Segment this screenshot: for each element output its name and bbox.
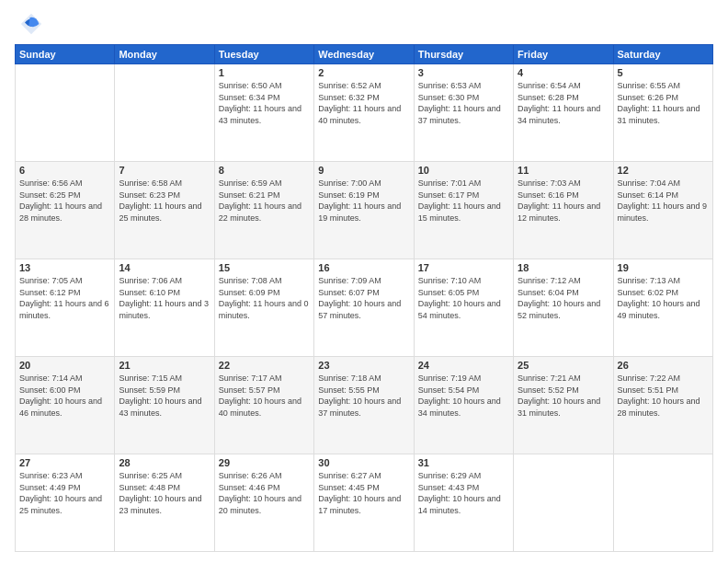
calendar-cell: 21Sunrise: 7:15 AM Sunset: 5:59 PM Dayli… <box>115 357 214 454</box>
weekday-header-row: SundayMondayTuesdayWednesdayThursdayFrid… <box>16 45 713 64</box>
calendar-cell: 23Sunrise: 7:18 AM Sunset: 5:55 PM Dayli… <box>314 357 414 454</box>
calendar-cell: 1Sunrise: 6:50 AM Sunset: 6:34 PM Daylig… <box>214 64 313 162</box>
day-info: Sunrise: 7:06 AM Sunset: 6:10 PM Dayligh… <box>119 275 210 321</box>
day-number: 30 <box>318 457 409 468</box>
day-number: 2 <box>318 67 409 78</box>
day-number: 24 <box>418 360 509 371</box>
calendar-cell: 26Sunrise: 7:22 AM Sunset: 5:51 PM Dayli… <box>613 357 712 454</box>
calendar-cell: 22Sunrise: 7:17 AM Sunset: 5:57 PM Dayli… <box>214 357 313 454</box>
calendar-cell: 6Sunrise: 6:56 AM Sunset: 6:25 PM Daylig… <box>16 162 115 259</box>
calendar-cell: 5Sunrise: 6:55 AM Sunset: 6:26 PM Daylig… <box>613 64 712 162</box>
day-info: Sunrise: 6:53 AM Sunset: 6:30 PM Dayligh… <box>418 80 509 126</box>
day-number: 16 <box>318 262 409 273</box>
day-number: 23 <box>318 360 409 371</box>
calendar-cell: 15Sunrise: 7:08 AM Sunset: 6:09 PM Dayli… <box>214 259 313 357</box>
day-number: 25 <box>518 360 609 371</box>
day-info: Sunrise: 7:17 AM Sunset: 5:57 PM Dayligh… <box>219 373 310 419</box>
calendar-cell: 24Sunrise: 7:19 AM Sunset: 5:54 PM Dayli… <box>414 357 513 454</box>
calendar-cell: 16Sunrise: 7:09 AM Sunset: 6:07 PM Dayli… <box>314 259 414 357</box>
day-number: 26 <box>618 360 709 371</box>
calendar-cell: 4Sunrise: 6:54 AM Sunset: 6:28 PM Daylig… <box>514 64 613 162</box>
day-number: 19 <box>618 262 709 273</box>
day-info: Sunrise: 6:50 AM Sunset: 6:34 PM Dayligh… <box>219 80 310 126</box>
day-number: 5 <box>618 67 709 78</box>
day-info: Sunrise: 6:25 AM Sunset: 4:48 PM Dayligh… <box>119 470 210 516</box>
weekday-header-tuesday: Tuesday <box>214 45 313 64</box>
weekday-header-wednesday: Wednesday <box>314 45 414 64</box>
day-number: 3 <box>418 67 509 78</box>
calendar-table: SundayMondayTuesdayWednesdayThursdayFrid… <box>15 44 713 552</box>
calendar-cell: 7Sunrise: 6:58 AM Sunset: 6:23 PM Daylig… <box>115 162 214 259</box>
day-info: Sunrise: 7:14 AM Sunset: 6:00 PM Dayligh… <box>19 373 110 419</box>
weekday-header-sunday: Sunday <box>16 45 115 64</box>
day-info: Sunrise: 6:56 AM Sunset: 6:25 PM Dayligh… <box>19 178 110 224</box>
day-info: Sunrise: 7:04 AM Sunset: 6:14 PM Dayligh… <box>618 178 709 224</box>
calendar-cell: 10Sunrise: 7:01 AM Sunset: 6:17 PM Dayli… <box>414 162 513 259</box>
day-info: Sunrise: 7:15 AM Sunset: 5:59 PM Dayligh… <box>119 373 210 419</box>
page: SundayMondayTuesdayWednesdayThursdayFrid… <box>0 0 728 563</box>
calendar-cell: 17Sunrise: 7:10 AM Sunset: 6:05 PM Dayli… <box>414 259 513 357</box>
calendar-cell: 9Sunrise: 7:00 AM Sunset: 6:19 PM Daylig… <box>314 162 414 259</box>
day-info: Sunrise: 7:12 AM Sunset: 6:04 PM Dayligh… <box>518 275 609 321</box>
calendar-cell: 18Sunrise: 7:12 AM Sunset: 6:04 PM Dayli… <box>514 259 613 357</box>
day-info: Sunrise: 6:55 AM Sunset: 6:26 PM Dayligh… <box>618 80 709 126</box>
calendar-week-row: 20Sunrise: 7:14 AM Sunset: 6:00 PM Dayli… <box>16 357 713 454</box>
day-info: Sunrise: 6:52 AM Sunset: 6:32 PM Dayligh… <box>318 80 409 126</box>
calendar-week-row: 6Sunrise: 6:56 AM Sunset: 6:25 PM Daylig… <box>16 162 713 259</box>
weekday-header-monday: Monday <box>115 45 214 64</box>
day-number: 22 <box>219 360 310 371</box>
day-number: 14 <box>119 262 210 273</box>
calendar-cell: 20Sunrise: 7:14 AM Sunset: 6:00 PM Dayli… <box>16 357 115 454</box>
day-number: 10 <box>418 165 509 176</box>
day-info: Sunrise: 7:00 AM Sunset: 6:19 PM Dayligh… <box>318 178 409 224</box>
day-number: 7 <box>119 165 210 176</box>
calendar-cell: 31Sunrise: 6:29 AM Sunset: 4:43 PM Dayli… <box>414 454 513 552</box>
day-number: 21 <box>119 360 210 371</box>
day-info: Sunrise: 6:59 AM Sunset: 6:21 PM Dayligh… <box>219 178 310 224</box>
day-info: Sunrise: 7:10 AM Sunset: 6:05 PM Dayligh… <box>418 275 509 321</box>
calendar-cell: 19Sunrise: 7:13 AM Sunset: 6:02 PM Dayli… <box>613 259 712 357</box>
header <box>15 11 713 37</box>
logo-icon <box>18 11 44 37</box>
calendar-cell <box>115 64 214 162</box>
day-number: 13 <box>19 262 110 273</box>
logo <box>15 11 44 37</box>
day-info: Sunrise: 7:19 AM Sunset: 5:54 PM Dayligh… <box>418 373 509 419</box>
calendar-cell <box>613 454 712 552</box>
day-info: Sunrise: 6:23 AM Sunset: 4:49 PM Dayligh… <box>19 470 110 516</box>
day-number: 4 <box>518 67 609 78</box>
calendar-cell: 25Sunrise: 7:21 AM Sunset: 5:52 PM Dayli… <box>514 357 613 454</box>
day-number: 27 <box>19 457 110 468</box>
calendar-cell <box>16 64 115 162</box>
weekday-header-friday: Friday <box>514 45 613 64</box>
calendar-cell: 2Sunrise: 6:52 AM Sunset: 6:32 PM Daylig… <box>314 64 414 162</box>
day-number: 11 <box>518 165 609 176</box>
day-info: Sunrise: 7:22 AM Sunset: 5:51 PM Dayligh… <box>618 373 709 419</box>
weekday-header-thursday: Thursday <box>414 45 513 64</box>
day-info: Sunrise: 6:29 AM Sunset: 4:43 PM Dayligh… <box>418 470 509 516</box>
calendar-cell: 13Sunrise: 7:05 AM Sunset: 6:12 PM Dayli… <box>16 259 115 357</box>
day-number: 28 <box>119 457 210 468</box>
day-info: Sunrise: 7:18 AM Sunset: 5:55 PM Dayligh… <box>318 373 409 419</box>
day-info: Sunrise: 7:01 AM Sunset: 6:17 PM Dayligh… <box>418 178 509 224</box>
calendar-cell: 29Sunrise: 6:26 AM Sunset: 4:46 PM Dayli… <box>214 454 313 552</box>
calendar-cell: 27Sunrise: 6:23 AM Sunset: 4:49 PM Dayli… <box>16 454 115 552</box>
weekday-header-saturday: Saturday <box>613 45 712 64</box>
day-number: 20 <box>19 360 110 371</box>
day-info: Sunrise: 6:58 AM Sunset: 6:23 PM Dayligh… <box>119 178 210 224</box>
day-info: Sunrise: 7:21 AM Sunset: 5:52 PM Dayligh… <box>518 373 609 419</box>
day-info: Sunrise: 6:54 AM Sunset: 6:28 PM Dayligh… <box>518 80 609 126</box>
day-number: 29 <box>219 457 310 468</box>
calendar-cell: 3Sunrise: 6:53 AM Sunset: 6:30 PM Daylig… <box>414 64 513 162</box>
calendar-week-row: 13Sunrise: 7:05 AM Sunset: 6:12 PM Dayli… <box>16 259 713 357</box>
calendar-cell: 8Sunrise: 6:59 AM Sunset: 6:21 PM Daylig… <box>214 162 313 259</box>
day-number: 6 <box>19 165 110 176</box>
calendar-cell: 30Sunrise: 6:27 AM Sunset: 4:45 PM Dayli… <box>314 454 414 552</box>
day-info: Sunrise: 6:26 AM Sunset: 4:46 PM Dayligh… <box>219 470 310 516</box>
calendar-week-row: 1Sunrise: 6:50 AM Sunset: 6:34 PM Daylig… <box>16 64 713 162</box>
day-number: 1 <box>219 67 310 78</box>
day-info: Sunrise: 7:05 AM Sunset: 6:12 PM Dayligh… <box>19 275 110 321</box>
calendar-cell: 12Sunrise: 7:04 AM Sunset: 6:14 PM Dayli… <box>613 162 712 259</box>
calendar-cell: 28Sunrise: 6:25 AM Sunset: 4:48 PM Dayli… <box>115 454 214 552</box>
day-number: 9 <box>318 165 409 176</box>
